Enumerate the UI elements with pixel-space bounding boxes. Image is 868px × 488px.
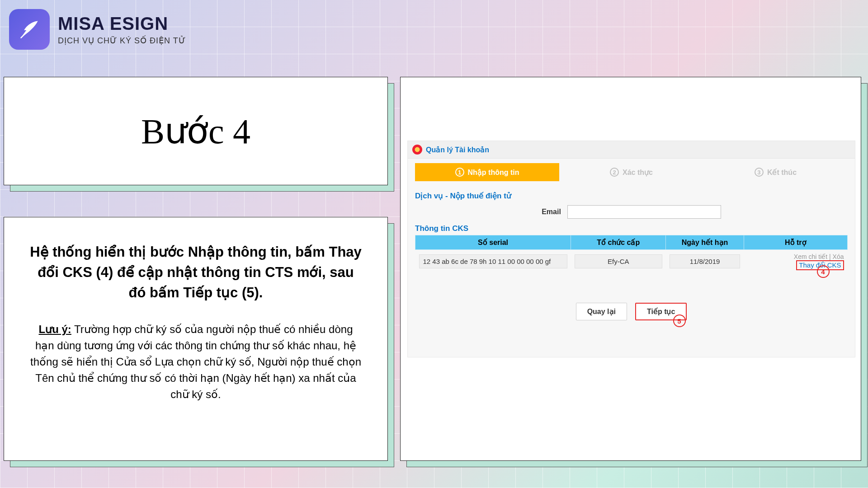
service-name: Dịch vụ - Nộp thuế điện tử xyxy=(415,191,848,201)
step-title: Bước 4 xyxy=(141,111,250,152)
email-row: Email xyxy=(408,205,855,219)
step-3: 3Kết thúc xyxy=(703,163,848,181)
step-title-card: Bước 4 xyxy=(4,77,388,185)
col-support: Hỗ trợ xyxy=(744,235,847,250)
email-label: Email xyxy=(542,208,561,216)
feather-icon xyxy=(17,17,42,42)
brand-logo xyxy=(9,9,50,50)
instruction-note: Lưu ý: Trường hợp chữ ký số của người nộ… xyxy=(29,321,363,403)
brand-header: MISA ESIGN DỊCH VỤ CHỮ KÝ SỐ ĐIỆN TỬ xyxy=(9,9,186,50)
expiry-value: 11/8/2019 xyxy=(670,254,740,268)
marker-4: 4 xyxy=(817,265,830,278)
note-label: Lưu ý: xyxy=(39,323,71,335)
marker-5: 5 xyxy=(673,314,686,327)
portal-header: Quản lý Tài khoản xyxy=(408,141,855,159)
instruction-main: Hệ thống hiển thị bước Nhập thông tin, b… xyxy=(29,242,363,303)
col-issuer: Tổ chức cấp xyxy=(571,235,666,250)
portal-title: Quản lý Tài khoản xyxy=(426,145,489,154)
cks-table: Số serial Tổ chức cấp Ngày hết hạn Hỗ tr… xyxy=(415,235,848,273)
col-serial: Số serial xyxy=(415,235,571,250)
table-row: 12 43 ab 6c de 78 9h 10 11 00 00 00 00 g… xyxy=(415,250,848,273)
cks-section-title: Thông tin CKS xyxy=(415,224,848,233)
instruction-card: Hệ thống hiển thị bước Nhập thông tin, b… xyxy=(4,217,388,461)
tax-portal: Quản lý Tài khoản 1Nhập thông tin 2Xác t… xyxy=(407,141,855,357)
delete-link[interactable]: Xóa xyxy=(833,253,844,260)
emblem-icon xyxy=(412,145,422,155)
step-2: 2Xác thực› xyxy=(559,163,703,181)
note-body: Trường hợp chữ ký số của người nộp thuế … xyxy=(30,323,361,400)
view-detail-link[interactable]: Xem chi tiết xyxy=(794,253,827,260)
back-button[interactable]: Quay lại xyxy=(576,303,627,320)
wizard-steps: 1Nhập thông tin 2Xác thực› 3Kết thúc xyxy=(415,163,848,181)
col-expiry: Ngày hết hạn xyxy=(666,235,744,250)
button-row: Quay lại Tiếp tục 5 xyxy=(408,303,855,320)
brand-subtitle: DỊCH VỤ CHỮ KÝ SỐ ĐIỆN TỬ xyxy=(58,36,186,46)
issuer-value: Efy-CA xyxy=(575,254,662,268)
email-input[interactable] xyxy=(567,205,721,219)
step-1: 1Nhập thông tin xyxy=(415,163,559,181)
serial-value: 12 43 ab 6c de 78 9h 10 11 00 00 00 00 g… xyxy=(419,254,567,268)
screenshot-card: Quản lý Tài khoản 1Nhập thông tin 2Xác t… xyxy=(400,77,861,461)
brand-title: MISA ESIGN xyxy=(58,14,186,34)
